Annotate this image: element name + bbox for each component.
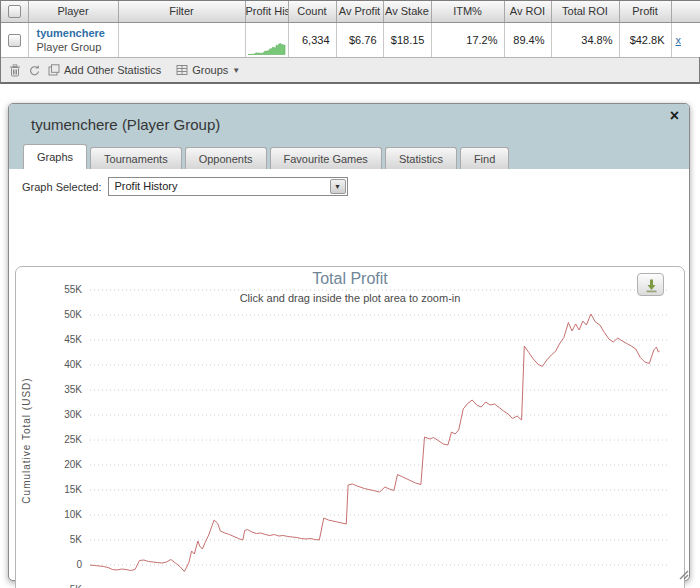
table-row: tyumenchere Player Group 6,334 $6.76 $18…: [1, 22, 700, 57]
svg-text:40K: 40K: [64, 359, 82, 370]
chevron-down-icon: ▼: [232, 66, 240, 75]
refresh-icon: [28, 64, 41, 77]
itm-value: 17.2%: [431, 22, 504, 57]
column-header-av-roi[interactable]: Av ROI: [504, 1, 551, 22]
tab-statistics[interactable]: Statistics: [385, 147, 457, 169]
tab-graphs[interactable]: Graphs: [23, 144, 87, 169]
tab-favourite-games[interactable]: Favourite Games: [270, 147, 382, 169]
total-roi-value: 34.8%: [551, 22, 619, 57]
column-header-actions: [671, 1, 700, 22]
svg-text:5K: 5K: [70, 534, 83, 545]
remove-column-link[interactable]: x: [672, 34, 682, 46]
chart-plot-area[interactable]: 55K50K45K40K35K30K25K20K15K10K5K0-5K0k1k…: [16, 267, 685, 588]
refresh-button[interactable]: [28, 64, 41, 77]
table-header-row: Player Filter Profit History Count Av Pr…: [1, 1, 700, 22]
tab-tournaments[interactable]: Tournaments: [90, 147, 182, 169]
dropdown-arrow-icon: ▼: [330, 179, 346, 194]
column-header-player[interactable]: Player: [28, 1, 118, 22]
add-other-statistics-button[interactable]: Add Other Statistics: [48, 64, 161, 76]
svg-text:15K: 15K: [64, 484, 82, 495]
resize-handle[interactable]: [676, 567, 689, 580]
column-header-filter[interactable]: Filter: [118, 1, 245, 22]
stats-table: Player Filter Profit History Count Av Pr…: [0, 0, 700, 84]
row-checkbox[interactable]: [8, 34, 21, 47]
column-header-total-roi[interactable]: Total ROI: [551, 1, 619, 22]
profit-sparkline-cell: [245, 22, 288, 57]
dialog-title: tyumenchere (Player Group): [31, 116, 220, 133]
profit-sparkline-chart: [248, 42, 286, 55]
column-header-itm[interactable]: ITM%: [431, 1, 504, 22]
profit-value: $42.8K: [619, 22, 671, 57]
column-header-profit[interactable]: Profit: [619, 1, 671, 22]
graph-select-value: Profit History: [115, 180, 178, 192]
svg-text:35K: 35K: [64, 384, 82, 395]
tab-opponents[interactable]: Opponents: [185, 147, 267, 169]
svg-text:30K: 30K: [64, 409, 82, 420]
column-header-av-stake[interactable]: Av Stake: [383, 1, 431, 22]
svg-text:10K: 10K: [64, 509, 82, 520]
svg-text:45K: 45K: [64, 334, 82, 345]
tab-find[interactable]: Find: [460, 147, 509, 169]
player-type-label: Player Group: [37, 40, 118, 54]
svg-text:0: 0: [76, 559, 82, 570]
player-cell: tyumenchere Player Group: [28, 22, 118, 57]
column-header-av-profit[interactable]: Av Profit: [336, 1, 383, 22]
y-axis-label: Cumulative Total (USD): [21, 377, 32, 503]
profit-chart[interactable]: 55K50K45K40K35K30K25K20K15K10K5K0-5K0k1k…: [15, 266, 685, 588]
groups-grid-icon: [176, 64, 188, 76]
groups-button[interactable]: Groups ▼: [176, 64, 240, 76]
av-roi-value: 89.4%: [504, 22, 551, 57]
dialog-body: Graph Selected: Profit History ▼ 55K50K4…: [9, 169, 689, 582]
column-header-count[interactable]: Count: [288, 1, 336, 22]
download-icon: [643, 277, 659, 293]
av-profit-value: $6.76: [336, 22, 383, 57]
player-name-link[interactable]: tyumenchere: [37, 26, 118, 40]
tab-bar: Graphs Tournaments Opponents Favourite G…: [23, 144, 509, 169]
groups-label: Groups: [192, 64, 228, 76]
chart-title: Total Profit: [16, 270, 684, 288]
column-header-profit-history[interactable]: Profit History: [245, 1, 288, 22]
dialog-header: tyumenchere (Player Group) × Graphs Tour…: [9, 104, 689, 169]
dialog-close-button[interactable]: ×: [670, 107, 679, 125]
player-group-dialog: tyumenchere (Player Group) × Graphs Tour…: [8, 103, 690, 581]
copy-plus-icon: [48, 64, 60, 76]
graph-selector-row: Graph Selected: Profit History ▼: [9, 169, 689, 196]
graph-select-dropdown[interactable]: Profit History ▼: [108, 177, 348, 196]
av-stake-value: $18.15: [383, 22, 431, 57]
delete-button[interactable]: [9, 64, 21, 77]
svg-text:-5K: -5K: [66, 584, 82, 588]
svg-text:25K: 25K: [64, 434, 82, 445]
select-all-checkbox-cell: [1, 1, 28, 22]
count-value: 6,334: [288, 22, 336, 57]
y-axis-label-wrap: Cumulative Total (USD): [18, 290, 34, 588]
filter-cell[interactable]: [118, 22, 245, 57]
download-chart-button[interactable]: [637, 273, 664, 296]
add-other-statistics-label: Add Other Statistics: [64, 64, 161, 76]
graph-selected-label: Graph Selected:: [22, 181, 102, 193]
trash-icon: [9, 64, 21, 77]
svg-text:20K: 20K: [64, 459, 82, 470]
chart-subtitle: Click and drag inside the plot area to z…: [16, 292, 684, 304]
select-all-checkbox[interactable]: [8, 5, 21, 18]
remove-column-cell: x: [671, 22, 700, 57]
svg-text:50K: 50K: [64, 309, 82, 320]
table-toolbar: Add Other Statistics Groups ▼: [1, 57, 699, 82]
row-checkbox-cell: [1, 22, 28, 57]
